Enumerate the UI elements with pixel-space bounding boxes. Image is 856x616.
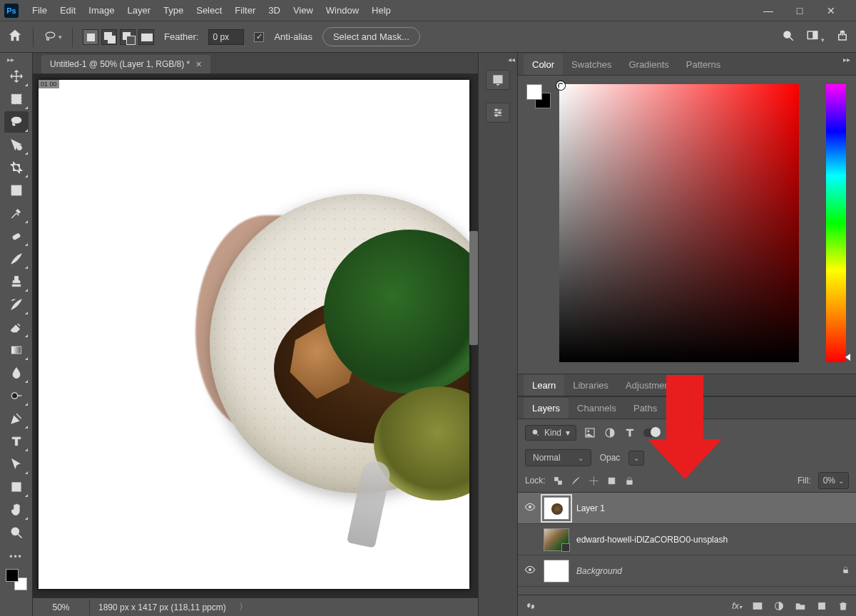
eraser-tool-icon[interactable]: [4, 317, 29, 338]
selection-intersect-icon[interactable]: [138, 29, 154, 45]
move-tool-icon[interactable]: [4, 66, 29, 87]
color-field[interactable]: [559, 84, 799, 362]
hand-tool-icon[interactable]: [4, 499, 29, 520]
hue-slider-thumb-icon[interactable]: [845, 354, 850, 361]
blend-mode-dropdown[interactable]: Normal⌄: [525, 449, 591, 466]
document-info[interactable]: 1890 px x 1417 px (118,11 ppcm): [90, 602, 235, 612]
lasso-tool-icon[interactable]: [4, 111, 29, 133]
menu-file[interactable]: File: [26, 2, 54, 19]
layer-fx-icon[interactable]: fx▾: [732, 600, 742, 611]
layer-name[interactable]: Background: [576, 566, 622, 576]
menu-type[interactable]: Type: [157, 2, 190, 19]
layer-name[interactable]: Layer 1: [576, 503, 605, 513]
pen-tool-icon[interactable]: [4, 408, 29, 429]
hue-slider[interactable]: [826, 84, 846, 362]
collapse-handle-icon[interactable]: ▸▸: [843, 56, 850, 63]
tab-swatches[interactable]: Swatches: [563, 54, 620, 75]
tab-learn[interactable]: Learn: [524, 375, 564, 396]
lock-pixels-icon[interactable]: [571, 476, 581, 486]
filter-type-icon[interactable]: [623, 426, 636, 439]
menu-help[interactable]: Help: [365, 2, 397, 19]
window-close-button[interactable]: ✕: [825, 5, 837, 16]
history-panel-icon[interactable]: [486, 70, 510, 90]
tab-color[interactable]: Color: [524, 54, 563, 75]
visibility-toggle-icon[interactable]: [524, 564, 536, 578]
tab-libraries[interactable]: Libraries: [564, 375, 617, 396]
canvas[interactable]: 01 00: [39, 80, 469, 589]
frame-tool-icon[interactable]: [4, 180, 29, 201]
active-tool-icon[interactable]: ▾: [44, 28, 62, 46]
tab-adjustments[interactable]: Adjustments: [617, 375, 686, 396]
shape-tool-icon[interactable]: [4, 476, 29, 498]
layer-filter-kind-dropdown[interactable]: Kind ▾: [525, 425, 576, 441]
visibility-toggle-icon[interactable]: [524, 501, 536, 515]
foreground-background-swatch[interactable]: [6, 569, 27, 590]
home-icon[interactable]: [7, 28, 23, 46]
eyedropper-tool-icon[interactable]: [4, 202, 29, 224]
filter-toggle[interactable]: [643, 428, 659, 437]
selection-add-icon[interactable]: [101, 29, 117, 45]
lock-artboard-icon[interactable]: [606, 476, 617, 486]
selection-new-icon[interactable]: [83, 29, 98, 45]
tab-gradients[interactable]: Gradients: [620, 54, 677, 75]
share-icon[interactable]: [836, 29, 849, 44]
menu-image[interactable]: Image: [82, 2, 121, 19]
menu-layer[interactable]: Layer: [121, 2, 158, 19]
status-flyout-icon[interactable]: 〉: [235, 601, 252, 613]
type-tool-icon[interactable]: [4, 431, 29, 452]
tab-layers[interactable]: Layers: [524, 398, 569, 419]
tab-patterns[interactable]: Patterns: [678, 54, 729, 75]
crop-tool-icon[interactable]: [4, 157, 29, 178]
selection-subtract-icon[interactable]: [120, 29, 136, 45]
feather-input[interactable]: [208, 29, 244, 45]
new-adjustment-icon[interactable]: [773, 600, 785, 612]
tab-channels[interactable]: Channels: [569, 398, 625, 419]
workspace-switcher-icon[interactable]: ▾: [806, 29, 825, 44]
brush-tool-icon[interactable]: [4, 248, 29, 270]
heal-tool-icon[interactable]: [4, 225, 29, 247]
filter-pixel-icon[interactable]: [584, 426, 596, 439]
lock-all-icon[interactable]: [624, 476, 635, 486]
layer-thumbnail[interactable]: [544, 497, 569, 520]
document-tab[interactable]: Untitled-1 @ 50% (Layer 1, RGB/8) * ✕: [41, 55, 210, 73]
filter-adjust-icon[interactable]: [603, 426, 616, 439]
lock-position-icon[interactable]: [588, 476, 599, 486]
menu-select[interactable]: Select: [190, 2, 228, 19]
menu-filter[interactable]: Filter: [228, 2, 262, 19]
opacity-dropdown[interactable]: ⌄: [628, 451, 644, 466]
color-fgbg-swatch[interactable]: [526, 84, 551, 108]
collapse-handle-icon[interactable]: ▸▸: [7, 56, 14, 63]
window-minimize-button[interactable]: —: [762, 5, 775, 16]
close-tab-icon[interactable]: ✕: [195, 60, 202, 69]
path-select-tool-icon[interactable]: [4, 453, 29, 475]
layer-thumbnail[interactable]: [544, 560, 569, 582]
fill-dropdown[interactable]: 0%⌄: [818, 472, 849, 489]
delete-layer-icon[interactable]: [837, 600, 849, 612]
select-and-mask-button[interactable]: Select and Mask...: [322, 27, 420, 46]
add-mask-icon[interactable]: [752, 600, 763, 612]
search-icon[interactable]: [782, 29, 795, 44]
tab-paths[interactable]: Paths: [625, 398, 666, 419]
canvas-viewport[interactable]: 01 00: [33, 74, 478, 616]
new-group-icon[interactable]: [795, 600, 806, 612]
zoom-tool-icon[interactable]: [4, 522, 29, 543]
antialias-checkbox[interactable]: ✓: [254, 32, 264, 42]
dodge-tool-icon[interactable]: [4, 385, 29, 406]
blur-tool-icon[interactable]: [4, 362, 29, 384]
menu-window[interactable]: Window: [320, 2, 365, 19]
zoom-level[interactable]: 50%: [33, 600, 90, 615]
window-maximize-button[interactable]: □: [793, 5, 806, 16]
menu-edit[interactable]: Edit: [54, 2, 82, 19]
vertical-scrollbar[interactable]: [469, 231, 478, 345]
layer-row[interactable]: edward-howell-iDlZaCORBO0-unsplash: [518, 524, 856, 555]
collapse-handle-icon[interactable]: ◂◂: [508, 56, 515, 63]
marquee-tool-icon[interactable]: [4, 88, 29, 110]
properties-panel-icon[interactable]: [486, 103, 510, 123]
layer-row[interactable]: Background: [518, 555, 856, 587]
quick-select-tool-icon[interactable]: [4, 134, 29, 155]
menu-view[interactable]: View: [287, 2, 320, 19]
history-brush-tool-icon[interactable]: [4, 294, 29, 315]
lock-transparency-icon[interactable]: [553, 476, 564, 486]
stamp-tool-icon[interactable]: [4, 271, 29, 292]
layer-name[interactable]: edward-howell-iDlZaCORBO0-unsplash: [576, 535, 728, 545]
